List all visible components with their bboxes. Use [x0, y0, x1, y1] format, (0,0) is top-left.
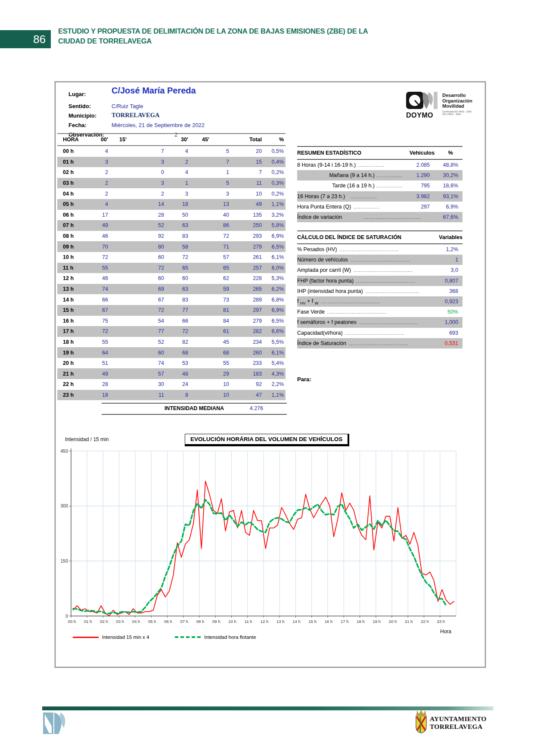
legend-item-red: Intensidad 15 min x 4	[73, 635, 149, 640]
municipio-label: Municipio:	[68, 112, 96, 119]
hour-table-row: 12 h466060622285,3%	[57, 273, 286, 284]
hour-table-row: 07 h495263862505,8%	[57, 220, 286, 231]
saturacion-header: CÀLCULO DEL ÍNDICE DE SATURACIÓN Variabl…	[297, 230, 463, 244]
svg-text:0: 0	[65, 613, 68, 619]
hour-table-row: 00 h4745200,5%	[57, 146, 286, 157]
svg-text:20 h: 20 h	[389, 619, 397, 624]
resumen-row: Mañana (9 a 14 h.)...............1.29030…	[297, 170, 463, 180]
svg-text:12 h: 12 h	[261, 619, 269, 624]
municipio-value: TORRELAVEGA	[112, 112, 159, 119]
intensidad-mediana-label: INTENSIDAD MEDIANA	[140, 405, 248, 411]
svg-text:00 h: 00 h	[68, 619, 76, 624]
hour-table-row: 14 h666783732896,8%	[57, 294, 286, 305]
document-title-line1: ESTUDIO Y PROPUESTA DE DELIMITACIÓN DE L…	[58, 26, 394, 36]
chart-y-axis-label: Intensidad / 15 min	[65, 436, 109, 442]
saturacion-row: f HV + f W..............................…	[297, 296, 463, 307]
svg-text:22 h: 22 h	[421, 619, 429, 624]
legend-label-red: Intensidad 15 min x 4	[102, 635, 149, 640]
document-title: ESTUDIO Y PROPUESTA DE DELIMITACIÓN DE L…	[58, 26, 394, 46]
col-00: 00'	[85, 137, 112, 143]
para-label: Para:	[297, 376, 311, 383]
doymo-tagline-3: Movilidad	[442, 103, 472, 109]
legend-label-green: Intensidad hora flotante	[204, 635, 256, 640]
fecha-value: Miércoles, 21 de Septiembre de 2022	[112, 122, 205, 128]
svg-text:450: 450	[60, 448, 68, 454]
hour-table-row: 08 h469283722936,9%	[57, 231, 286, 242]
saturacion-title: CÀLCULO DEL ÍNDICE DE SATURACIÓN	[297, 234, 424, 240]
doymo-footer-logo	[43, 712, 67, 736]
lugar-value: C/José María Pereda	[112, 86, 196, 96]
svg-text:150: 150	[60, 558, 68, 563]
svg-text:18 h: 18 h	[357, 619, 365, 624]
intensidad-mediana-bar: INTENSIDAD MEDIANA 4.276	[102, 403, 287, 415]
hour-table-header: HORA 00' 15' 30' 45' Total %	[57, 133, 286, 146]
resumen-header: RESUMEN ESTADÍSTICO Vehículos %	[297, 146, 463, 160]
svg-text:16 h: 16 h	[325, 619, 333, 624]
doymo-tagline-2: Organización	[442, 98, 472, 104]
svg-text:10 h: 10 h	[228, 619, 236, 624]
legend-item-green: Intensidad hora flotante	[175, 635, 256, 640]
sentido-label: Sentido:	[68, 103, 91, 109]
svg-text:11 h: 11 h	[245, 619, 252, 624]
hour-table-row: 05 h4141813491,1%	[57, 199, 286, 210]
saturacion-row: Fase Verde..............................…	[297, 307, 463, 317]
hourly-intensity-table: HORA 00' 15' 30' 45' Total % 00 h4745200…	[57, 133, 286, 400]
svg-text:06 h: 06 h	[164, 619, 172, 624]
resumen-body: 8 Horas (9-14 i 16-19 h.)...............…	[297, 160, 463, 222]
municipality-line1: AYUNTAMIENTO	[430, 715, 487, 723]
doymo-cert-2: ISO 14001 : 2004	[442, 113, 472, 115]
hour-table-row: 06 h172850401353,2%	[57, 210, 286, 221]
green-dashed-sample-icon	[175, 636, 201, 638]
page-number-box: 86	[0, 30, 51, 48]
report-page: 86 ESTUDIO Y PROPUESTA DE DELIMITACIÓN D…	[0, 0, 534, 756]
svg-text:17 h: 17 h	[341, 619, 349, 624]
svg-text:23 h: 23 h	[437, 619, 445, 624]
chart-x-axis-label: Hora	[440, 628, 451, 635]
saturacion-row: Índice de Saturación....................…	[297, 338, 463, 348]
hour-table-row: 23 h1811810471,1%	[57, 390, 286, 401]
svg-text:09 h: 09 h	[212, 619, 220, 624]
col-45: 45'	[192, 137, 233, 143]
svg-text:04 h: 04 h	[132, 619, 140, 624]
hour-table-row: 11 h557265652576,0%	[57, 263, 286, 274]
col-total: Total	[233, 137, 265, 143]
hour-table-row: 21 h495748291834,3%	[57, 368, 286, 379]
saturacion-row: FHP (factor hora punta).................…	[297, 276, 463, 286]
torrelavega-crest-icon	[415, 710, 428, 734]
svg-text:07 h: 07 h	[180, 619, 189, 624]
resumen-row: Índice de variación.....................…	[297, 212, 463, 222]
document-title-line2: CIUDAD DE TORRELAVEGA	[58, 36, 394, 46]
resumen-row: Tarde (16 a 19 h.)...............79518,6…	[297, 180, 463, 191]
svg-text:02 h: 02 h	[100, 619, 108, 624]
page-number: 86	[33, 33, 46, 46]
municipality-name: AYUNTAMIENTO TORRELAVEGA	[430, 715, 487, 731]
svg-text:03 h: 03 h	[116, 619, 124, 624]
hour-table-row: 13 h746963592656,2%	[57, 284, 286, 295]
resumen-col-vehiculos: Vehículos	[406, 150, 438, 156]
lugar-label: Lugar:	[68, 91, 86, 97]
saturacion-body: % Pesados (HV)..........................…	[297, 244, 463, 348]
volume-evolution-chart: 015030045000 h01 h02 h03 h04 h05 h06 h07…	[56, 444, 469, 630]
saturacion-row: Amplada por carril (W)..................…	[297, 265, 463, 275]
saturacion-row: Capacidad(vl/hora)......................…	[297, 328, 463, 338]
svg-text:21 h: 21 h	[405, 619, 413, 624]
svg-text:15 h: 15 h	[309, 619, 317, 624]
svg-text:14 h: 14 h	[292, 619, 301, 624]
hour-table-row: 22 h28302410922,2%	[57, 379, 286, 390]
resumen-row: 16 Horas (7 a 23 h.)...............3.982…	[297, 191, 463, 202]
hour-table-row: 01 h3327150,4%	[57, 157, 286, 168]
hour-table-row: 20 h517453552335,4%	[57, 358, 286, 369]
resumen-row: Hora Punta Entera (Q)...............2976…	[297, 202, 463, 212]
svg-text:19 h: 19 h	[373, 619, 381, 624]
resumen-col-pct: %	[438, 150, 463, 156]
doymo-logo-mark	[406, 92, 440, 111]
hour-table-body: 00 h4745200,5%01 h3327150,4%02 h204170,2…	[57, 146, 286, 400]
col-30: 30'	[168, 137, 192, 143]
hour-table-row: 15 h677277812976,9%	[57, 305, 286, 316]
svg-text:01 h: 01 h	[84, 619, 92, 624]
intensidad-mediana-value: 4.276	[233, 405, 263, 411]
red-line-sample-icon	[73, 637, 99, 638]
municipality-line2: TORRELAVEGA	[430, 723, 487, 731]
fecha-label: Fecha:	[68, 122, 87, 128]
hour-table-row: 02 h204170,2%	[57, 167, 286, 178]
